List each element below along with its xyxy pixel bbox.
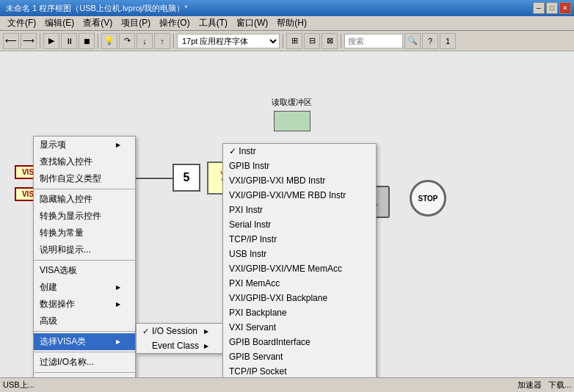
- toolbar-step-over-btn[interactable]: ↷: [119, 33, 135, 49]
- run-icon: ▶: [48, 36, 54, 46]
- cm-item-desc[interactable]: 说明和提示...: [34, 242, 135, 258]
- search-icon: 🔍: [407, 36, 418, 46]
- extra-icon: 1: [446, 37, 450, 46]
- cm-sep-3: [34, 331, 135, 332]
- cm-item-data-op[interactable]: 数据操作 ▶: [34, 296, 135, 313]
- title-bar: 未命名 1 程序框图（USB上位机.lvproj/我的电脑）* ─ □ ✕: [0, 0, 574, 16]
- toolbar-abort-btn[interactable]: ⏹: [79, 33, 95, 49]
- cm-type-vxi-servant[interactable]: VXI Servant: [223, 320, 376, 335]
- toolbar-distribute-btn[interactable]: ⊟: [304, 33, 320, 49]
- menu-window[interactable]: 窗口(W): [232, 15, 272, 31]
- cm-type-serial-instr[interactable]: Serial Instr: [223, 217, 376, 232]
- menu-help[interactable]: 帮助(H): [272, 15, 311, 31]
- arrow-icon-2: ▶: [116, 284, 120, 291]
- resize-icon: ⊠: [327, 36, 333, 46]
- cm-item-show-icon[interactable]: 显示为图标: [34, 374, 135, 377]
- menu-bar: 文件(F) 编辑(E) 查看(V) 项目(P) 操作(O) 工具(T) 窗口(W…: [0, 16, 574, 31]
- toolbar-extra-btn[interactable]: 1: [440, 33, 456, 49]
- toolbar-sep-3: [173, 34, 174, 48]
- cm-type-gpib-boardif[interactable]: GPIB BoardInterface: [223, 335, 376, 349]
- help-button[interactable]: ?: [422, 33, 438, 49]
- toolbar-align-btn[interactable]: ⊞: [286, 33, 302, 49]
- window-controls: ─ □ ✕: [533, 2, 571, 14]
- search-input[interactable]: [344, 34, 403, 48]
- arrow-io-icon: ▶: [204, 328, 208, 335]
- menu-edit[interactable]: 编辑(E): [40, 15, 79, 31]
- cm-type-tcpip-instr[interactable]: TCP/IP Instr: [223, 232, 376, 247]
- toolbar-step-out-btn[interactable]: ↑: [154, 33, 170, 49]
- cm-item-io-session[interactable]: ✓ I/O Session ▶: [137, 324, 223, 338]
- cm-type-vxi-rbd[interactable]: VXI/GPIB-VXI/VME RBD Instr: [223, 188, 376, 203]
- toolbar-highlight-btn[interactable]: 💡: [101, 33, 117, 49]
- window-title: 未命名 1 程序框图（USB上位机.lvproj/我的电脑）*: [3, 3, 188, 14]
- cm-item-display[interactable]: 显示项 ▶: [34, 137, 135, 153]
- arrow-event-icon: ▶: [204, 343, 208, 349]
- arrow-icon: ▶: [116, 142, 120, 148]
- cm-type-vxi-backplane[interactable]: VXI/GPIB-VXI Backplane: [223, 291, 376, 305]
- cm-item-to-display[interactable]: 转换为显示控件: [34, 208, 135, 225]
- cm-type-usb-instr[interactable]: USB Instr: [223, 247, 376, 261]
- cm-item-event-class[interactable]: ✓ Event Class ▶: [137, 338, 223, 353]
- cm-type-tcpip-socket[interactable]: TCP/IP Socket: [223, 364, 376, 377]
- step-out-icon: ↑: [160, 37, 164, 46]
- menu-project[interactable]: 项目(P): [117, 15, 155, 31]
- cm-item-advanced[interactable]: 高级: [34, 313, 135, 330]
- buffer-read-block: [274, 111, 310, 131]
- cm-item-select-visa[interactable]: 选择VISA类 ▶: [34, 333, 135, 350]
- minimize-button[interactable]: ─: [533, 2, 545, 14]
- toolbar-sep-4: [283, 34, 283, 48]
- toolbar-sep-2: [98, 34, 98, 48]
- toolbar-step-into-btn[interactable]: ↓: [137, 33, 153, 49]
- buffer-read-label: 读取缓冲区: [272, 97, 312, 131]
- toolbar-resize-btn[interactable]: ⊠: [321, 33, 338, 49]
- highlight-icon: 💡: [104, 36, 115, 46]
- cm-type-gpib-servant[interactable]: GPIB Servant: [223, 349, 376, 364]
- cm-type-vxi-mbd[interactable]: VXI/GPIB-VXI MBD Instr: [223, 173, 376, 188]
- cm-item-hide[interactable]: 隐藏输入控件: [34, 191, 135, 208]
- toolbar-run-btn[interactable]: ▶: [43, 33, 59, 49]
- cm-type-vxi-memacc[interactable]: VXI/GPIB-VXI/VME MemAcc: [223, 261, 376, 276]
- menu-file[interactable]: 文件(F): [3, 15, 40, 31]
- close-button[interactable]: ✕: [559, 2, 571, 14]
- arrow-icon-3: ▶: [116, 301, 120, 308]
- step-into-icon: ↓: [142, 37, 147, 46]
- cm-sep-2: [34, 260, 135, 261]
- cm-type-pxi-memacc[interactable]: PXI MemAcc: [223, 276, 376, 291]
- toolbar-pause-btn[interactable]: ⏸: [61, 33, 77, 49]
- toolbar-back-btn[interactable]: ⟵: [3, 33, 19, 49]
- toolbar-sep-1: [40, 34, 40, 48]
- cm-item-to-const[interactable]: 转换为常量: [34, 225, 135, 242]
- back-icon: ⟵: [5, 36, 17, 46]
- search-button[interactable]: 🔍: [404, 33, 421, 49]
- pause-icon: ⏸: [65, 37, 73, 46]
- checkmark-icon: ✓: [142, 327, 149, 336]
- toolbar: ⟵ ⟶ ▶ ⏸ ⏹ 💡 ↷ ↓ ↑ 17pt 应用程序字体 ⊞ ⊟ ⊠ 🔍 ? …: [0, 31, 574, 51]
- cm-type-instr[interactable]: ✓ Instr: [223, 144, 376, 159]
- step-over-icon: ↷: [124, 36, 131, 46]
- cm-item-filter[interactable]: 过滤I/O名称...: [34, 354, 135, 371]
- menu-view[interactable]: 查看(V): [79, 15, 117, 31]
- help-icon: ?: [428, 37, 432, 46]
- context-menu-visa-types: ✓ Instr GPIB Instr VXI/GPIB-VXI MBD Inst…: [222, 143, 377, 377]
- cm-type-pxi-instr[interactable]: PXI Instr: [223, 203, 376, 217]
- cm-type-gpib-instr[interactable]: GPIB Instr: [223, 159, 376, 173]
- arrow-icon-4: ▶: [116, 338, 120, 345]
- stop-button[interactable]: STOP: [410, 180, 446, 217]
- forward-icon: ⟶: [23, 36, 34, 46]
- toolbar-sep-5: [341, 34, 341, 48]
- menu-tools[interactable]: 工具(T): [195, 15, 232, 31]
- maximize-button[interactable]: □: [546, 2, 558, 14]
- distribute-icon: ⊟: [309, 36, 316, 46]
- cm-item-find[interactable]: 查找输入控件: [34, 153, 135, 170]
- cm-sep-4: [34, 352, 135, 352]
- cm-item-custom-type[interactable]: 制作自定义类型: [34, 170, 135, 187]
- font-select[interactable]: 17pt 应用程序字体: [177, 34, 280, 48]
- align-icon: ⊞: [291, 36, 298, 46]
- toolbar-fwd-btn[interactable]: ⟶: [21, 33, 37, 49]
- usb-label: USB上...: [3, 380, 34, 391]
- status-bar: USB上... 加速器 下载...: [0, 377, 574, 392]
- cm-type-pxi-backplane[interactable]: PXI Backplane: [223, 305, 376, 320]
- cm-item-visa-palette[interactable]: VISA选板: [34, 262, 135, 279]
- cm-item-create[interactable]: 创建 ▶: [34, 279, 135, 296]
- menu-operate[interactable]: 操作(O): [155, 15, 194, 31]
